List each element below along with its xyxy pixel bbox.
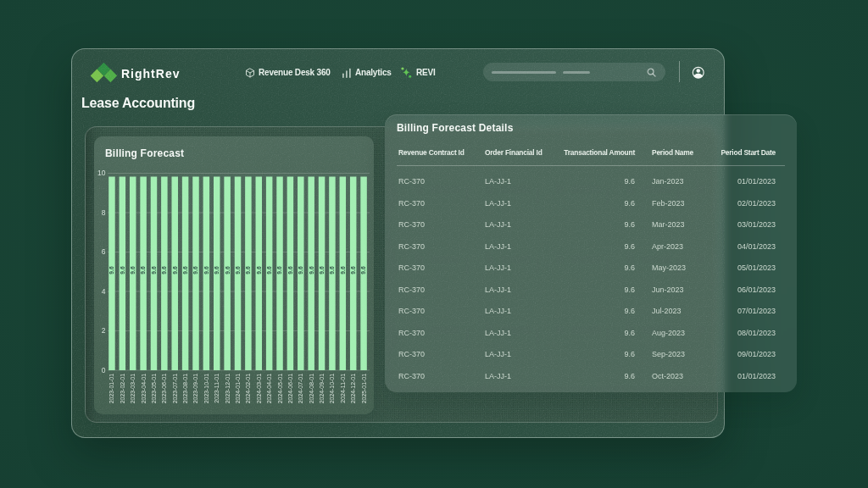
svg-text:2024-05-01: 2024-05-01 xyxy=(277,374,283,403)
svg-text:2023-05-01: 2023-05-01 xyxy=(151,374,157,403)
svg-text:9.6: 9.6 xyxy=(140,266,146,274)
svg-text:2024-04-01: 2024-04-01 xyxy=(266,374,272,403)
svg-text:9.6: 9.6 xyxy=(266,266,272,274)
svg-text:9.6: 9.6 xyxy=(329,266,335,274)
svg-text:9.6: 9.6 xyxy=(360,266,366,274)
svg-text:9.6: 9.6 xyxy=(151,266,157,274)
svg-text:9.6: 9.6 xyxy=(172,266,178,274)
svg-text:2023-08-01: 2023-08-01 xyxy=(182,374,188,403)
svg-text:2024-07-01: 2024-07-01 xyxy=(298,374,303,403)
svg-text:9.6: 9.6 xyxy=(108,266,114,274)
svg-text:2023-04-01: 2023-04-01 xyxy=(141,374,147,403)
svg-text:9.6: 9.6 xyxy=(130,266,136,274)
svg-text:2024-11-01: 2024-11-01 xyxy=(340,374,346,403)
svg-text:2023-07-01: 2023-07-01 xyxy=(172,374,178,403)
svg-text:9.6: 9.6 xyxy=(319,266,325,274)
svg-text:2024-06-01: 2024-06-01 xyxy=(287,374,293,403)
svg-text:4: 4 xyxy=(102,287,106,296)
svg-text:2025-01-01: 2025-01-01 xyxy=(361,374,367,403)
svg-text:2023-02-01: 2023-02-01 xyxy=(120,374,125,403)
svg-text:2023-09-01: 2023-09-01 xyxy=(192,374,198,403)
svg-text:2024-08-01: 2024-08-01 xyxy=(309,374,314,403)
svg-text:2: 2 xyxy=(102,326,106,335)
svg-text:9.6: 9.6 xyxy=(350,266,356,274)
svg-text:9.6: 9.6 xyxy=(309,266,314,274)
svg-text:9.6: 9.6 xyxy=(276,266,282,274)
svg-text:2024-03-01: 2024-03-01 xyxy=(256,374,262,403)
svg-text:9.6: 9.6 xyxy=(203,266,209,274)
svg-text:10: 10 xyxy=(97,169,106,177)
svg-text:2023-03-01: 2023-03-01 xyxy=(130,374,136,403)
svg-text:9.6: 9.6 xyxy=(235,266,241,274)
svg-text:9.6: 9.6 xyxy=(298,266,303,274)
svg-text:9.6: 9.6 xyxy=(192,266,198,274)
svg-text:2023-12-01: 2023-12-01 xyxy=(225,374,231,403)
svg-text:9.6: 9.6 xyxy=(120,266,125,274)
svg-text:2023-06-01: 2023-06-01 xyxy=(161,374,167,403)
svg-text:9.6: 9.6 xyxy=(214,266,220,274)
svg-text:9.6: 9.6 xyxy=(161,266,167,274)
svg-text:2023-11-01: 2023-11-01 xyxy=(214,374,220,403)
svg-text:9.6: 9.6 xyxy=(182,266,188,274)
svg-text:9.6: 9.6 xyxy=(225,266,231,274)
svg-text:8: 8 xyxy=(102,208,106,217)
svg-text:2024-02-01: 2024-02-01 xyxy=(245,374,251,403)
svg-text:0: 0 xyxy=(102,366,106,374)
svg-text:9.6: 9.6 xyxy=(245,266,251,274)
svg-text:9.6: 9.6 xyxy=(340,266,346,274)
svg-text:2024-12-01: 2024-12-01 xyxy=(350,374,356,403)
svg-text:2024-10-01: 2024-10-01 xyxy=(329,374,335,403)
svg-text:2024-09-01: 2024-09-01 xyxy=(319,374,325,403)
svg-text:6: 6 xyxy=(102,247,106,256)
svg-text:2023-01-01: 2023-01-01 xyxy=(108,374,114,403)
svg-text:9.6: 9.6 xyxy=(256,266,262,274)
svg-text:2024-01-01: 2024-01-01 xyxy=(235,374,241,403)
svg-text:9.6: 9.6 xyxy=(287,266,293,274)
svg-text:2023-10-01: 2023-10-01 xyxy=(203,374,209,403)
